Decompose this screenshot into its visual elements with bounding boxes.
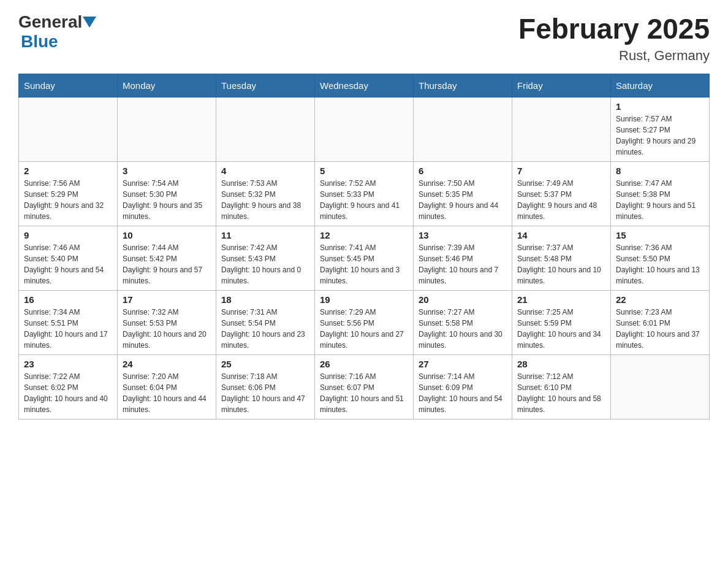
day-number: 18 xyxy=(221,294,309,305)
day-of-week-header: Sunday xyxy=(19,74,118,98)
calendar-cell: 11Sunrise: 7:42 AM Sunset: 5:43 PM Dayli… xyxy=(216,226,315,291)
day-number: 21 xyxy=(517,294,605,305)
calendar-cell: 7Sunrise: 7:49 AM Sunset: 5:37 PM Daylig… xyxy=(512,162,611,226)
day-number: 2 xyxy=(24,166,112,176)
calendar-header-row: SundayMondayTuesdayWednesdayThursdayFrid… xyxy=(19,74,710,98)
calendar-cell: 16Sunrise: 7:34 AM Sunset: 5:51 PM Dayli… xyxy=(19,291,118,355)
page-header: General Blue February 2025 Rust, Germany xyxy=(18,12,710,64)
day-of-week-header: Monday xyxy=(118,74,216,98)
day-info: Sunrise: 7:37 AM Sunset: 5:48 PM Dayligh… xyxy=(517,242,605,286)
day-info: Sunrise: 7:34 AM Sunset: 5:51 PM Dayligh… xyxy=(24,307,112,351)
day-info: Sunrise: 7:54 AM Sunset: 5:30 PM Dayligh… xyxy=(123,178,211,222)
day-info: Sunrise: 7:14 AM Sunset: 6:09 PM Dayligh… xyxy=(419,371,507,415)
day-of-week-header: Tuesday xyxy=(216,74,315,98)
logo: General Blue xyxy=(18,12,96,52)
day-number: 13 xyxy=(419,230,507,240)
day-info: Sunrise: 7:27 AM Sunset: 5:58 PM Dayligh… xyxy=(419,307,507,351)
calendar-cell xyxy=(611,355,710,419)
day-number: 17 xyxy=(123,294,211,305)
day-number: 3 xyxy=(123,166,211,176)
calendar-week-row: 2Sunrise: 7:56 AM Sunset: 5:29 PM Daylig… xyxy=(19,162,710,226)
calendar-table: SundayMondayTuesdayWednesdayThursdayFrid… xyxy=(18,74,710,419)
logo-text-general: General xyxy=(18,12,82,32)
calendar-cell: 18Sunrise: 7:31 AM Sunset: 5:54 PM Dayli… xyxy=(216,291,315,355)
month-title: February 2025 xyxy=(518,12,710,45)
day-info: Sunrise: 7:36 AM Sunset: 5:50 PM Dayligh… xyxy=(616,242,704,286)
calendar-cell xyxy=(118,98,216,162)
day-info: Sunrise: 7:42 AM Sunset: 5:43 PM Dayligh… xyxy=(221,242,309,286)
calendar-cell: 21Sunrise: 7:25 AM Sunset: 5:59 PM Dayli… xyxy=(512,291,611,355)
day-number: 11 xyxy=(221,230,309,240)
calendar-cell: 8Sunrise: 7:47 AM Sunset: 5:38 PM Daylig… xyxy=(611,162,710,226)
day-number: 15 xyxy=(616,230,704,240)
day-number: 10 xyxy=(123,230,211,240)
day-number: 27 xyxy=(419,359,507,369)
day-info: Sunrise: 7:32 AM Sunset: 5:53 PM Dayligh… xyxy=(123,307,211,351)
day-info: Sunrise: 7:56 AM Sunset: 5:29 PM Dayligh… xyxy=(24,178,112,222)
day-number: 20 xyxy=(419,294,507,305)
day-info: Sunrise: 7:39 AM Sunset: 5:46 PM Dayligh… xyxy=(419,242,507,286)
calendar-cell: 17Sunrise: 7:32 AM Sunset: 5:53 PM Dayli… xyxy=(118,291,216,355)
day-info: Sunrise: 7:18 AM Sunset: 6:06 PM Dayligh… xyxy=(221,371,309,415)
calendar-cell xyxy=(315,98,414,162)
calendar-cell: 1Sunrise: 7:57 AM Sunset: 5:27 PM Daylig… xyxy=(611,98,710,162)
calendar-cell: 26Sunrise: 7:16 AM Sunset: 6:07 PM Dayli… xyxy=(315,355,414,419)
calendar-cell xyxy=(216,98,315,162)
day-number: 1 xyxy=(616,101,704,112)
day-number: 16 xyxy=(24,294,112,305)
calendar-cell: 4Sunrise: 7:53 AM Sunset: 5:32 PM Daylig… xyxy=(216,162,315,226)
title-block: February 2025 Rust, Germany xyxy=(518,12,710,64)
calendar-cell: 20Sunrise: 7:27 AM Sunset: 5:58 PM Dayli… xyxy=(414,291,512,355)
day-number: 6 xyxy=(419,166,507,176)
svg-marker-0 xyxy=(83,17,96,28)
location: Rust, Germany xyxy=(518,48,710,64)
day-info: Sunrise: 7:50 AM Sunset: 5:35 PM Dayligh… xyxy=(419,178,507,222)
day-info: Sunrise: 7:25 AM Sunset: 5:59 PM Dayligh… xyxy=(517,307,605,351)
calendar-week-row: 23Sunrise: 7:22 AM Sunset: 6:02 PM Dayli… xyxy=(19,355,710,419)
day-info: Sunrise: 7:29 AM Sunset: 5:56 PM Dayligh… xyxy=(320,307,408,351)
day-number: 12 xyxy=(320,230,408,240)
calendar-cell: 28Sunrise: 7:12 AM Sunset: 6:10 PM Dayli… xyxy=(512,355,611,419)
day-of-week-header: Wednesday xyxy=(315,74,414,98)
day-info: Sunrise: 7:20 AM Sunset: 6:04 PM Dayligh… xyxy=(123,371,211,415)
calendar-cell: 2Sunrise: 7:56 AM Sunset: 5:29 PM Daylig… xyxy=(19,162,118,226)
day-info: Sunrise: 7:47 AM Sunset: 5:38 PM Dayligh… xyxy=(616,178,704,222)
day-info: Sunrise: 7:57 AM Sunset: 5:27 PM Dayligh… xyxy=(616,113,704,158)
day-info: Sunrise: 7:16 AM Sunset: 6:07 PM Dayligh… xyxy=(320,371,408,415)
calendar-cell: 19Sunrise: 7:29 AM Sunset: 5:56 PM Dayli… xyxy=(315,291,414,355)
calendar-week-row: 9Sunrise: 7:46 AM Sunset: 5:40 PM Daylig… xyxy=(19,226,710,291)
day-info: Sunrise: 7:46 AM Sunset: 5:40 PM Dayligh… xyxy=(24,242,112,286)
day-of-week-header: Friday xyxy=(512,74,611,98)
day-number: 28 xyxy=(517,359,605,369)
calendar-cell: 15Sunrise: 7:36 AM Sunset: 5:50 PM Dayli… xyxy=(611,226,710,291)
calendar-cell: 9Sunrise: 7:46 AM Sunset: 5:40 PM Daylig… xyxy=(19,226,118,291)
calendar-cell: 12Sunrise: 7:41 AM Sunset: 5:45 PM Dayli… xyxy=(315,226,414,291)
day-info: Sunrise: 7:23 AM Sunset: 6:01 PM Dayligh… xyxy=(616,307,704,351)
day-info: Sunrise: 7:52 AM Sunset: 5:33 PM Dayligh… xyxy=(320,178,408,222)
day-number: 25 xyxy=(221,359,309,369)
day-number: 7 xyxy=(517,166,605,176)
day-of-week-header: Thursday xyxy=(414,74,512,98)
day-number: 14 xyxy=(517,230,605,240)
day-info: Sunrise: 7:41 AM Sunset: 5:45 PM Dayligh… xyxy=(320,242,408,286)
day-of-week-header: Saturday xyxy=(611,74,710,98)
day-info: Sunrise: 7:12 AM Sunset: 6:10 PM Dayligh… xyxy=(517,371,605,415)
calendar-cell: 13Sunrise: 7:39 AM Sunset: 5:46 PM Dayli… xyxy=(414,226,512,291)
day-info: Sunrise: 7:53 AM Sunset: 5:32 PM Dayligh… xyxy=(221,178,309,222)
calendar-cell: 10Sunrise: 7:44 AM Sunset: 5:42 PM Dayli… xyxy=(118,226,216,291)
calendar-cell: 24Sunrise: 7:20 AM Sunset: 6:04 PM Dayli… xyxy=(118,355,216,419)
calendar-cell: 23Sunrise: 7:22 AM Sunset: 6:02 PM Dayli… xyxy=(19,355,118,419)
calendar-week-row: 1Sunrise: 7:57 AM Sunset: 5:27 PM Daylig… xyxy=(19,98,710,162)
calendar-cell: 14Sunrise: 7:37 AM Sunset: 5:48 PM Dayli… xyxy=(512,226,611,291)
logo-triangle-icon xyxy=(83,17,96,29)
calendar-cell: 5Sunrise: 7:52 AM Sunset: 5:33 PM Daylig… xyxy=(315,162,414,226)
day-info: Sunrise: 7:22 AM Sunset: 6:02 PM Dayligh… xyxy=(24,371,112,415)
day-number: 9 xyxy=(24,230,112,240)
day-info: Sunrise: 7:31 AM Sunset: 5:54 PM Dayligh… xyxy=(221,307,309,351)
day-number: 22 xyxy=(616,294,704,305)
calendar-cell xyxy=(19,98,118,162)
day-number: 19 xyxy=(320,294,408,305)
day-number: 8 xyxy=(616,166,704,176)
calendar-cell xyxy=(414,98,512,162)
day-number: 23 xyxy=(24,359,112,369)
